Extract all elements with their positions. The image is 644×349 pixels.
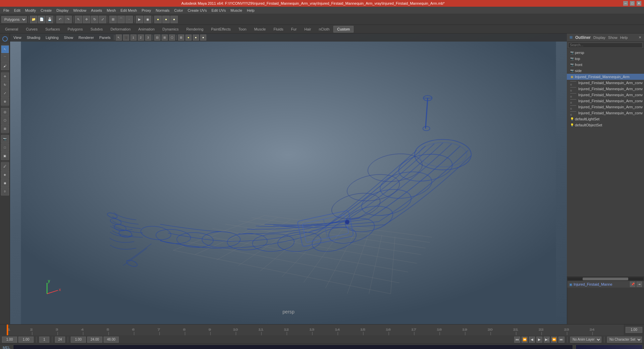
vp-menu-view[interactable]: View: [11, 35, 23, 40]
redo-button[interactable]: ↷: [64, 16, 72, 23]
tab-custom[interactable]: Custom: [333, 26, 354, 33]
outliner-item-side[interactable]: 📷 side: [567, 68, 644, 74]
menu-edit[interactable]: Edit: [12, 8, 22, 13]
outliner-item-lightset[interactable]: 💡 defaultLightSet: [567, 116, 644, 122]
vp-icon-camera[interactable]: 🎥: [123, 35, 129, 41]
paint-select-button[interactable]: 🖌: [1, 62, 9, 70]
vp-icon-light2[interactable]: ●: [193, 35, 199, 41]
vp-menu-shading[interactable]: Shading: [25, 35, 42, 40]
menu-file[interactable]: File: [1, 8, 11, 13]
vp-icon-texture[interactable]: ⬡: [169, 35, 175, 41]
select-tool-button[interactable]: ↖: [1, 45, 9, 53]
sculpt-button[interactable]: ⬡: [1, 116, 9, 124]
vp-icon-grid[interactable]: ⊞: [178, 35, 184, 41]
outliner-item-conv4[interactable]: ——o Injured_Firstaid_Mannequin_Arm_conv: [567, 98, 644, 104]
tab-dynamics[interactable]: Dynamics: [159, 26, 182, 33]
menu-display[interactable]: Display: [54, 8, 70, 13]
minimize-button[interactable]: ─: [623, 1, 628, 6]
outliner-item-conv3[interactable]: ——o Injured_Firstaid_Mannequin_Arm_conv: [567, 92, 644, 98]
next-key-button[interactable]: ⏩: [551, 337, 557, 343]
outliner-item-top[interactable]: 📷 top: [567, 56, 644, 62]
move-button[interactable]: ✛: [83, 16, 90, 23]
vp-icon-smooth2[interactable]: 2: [138, 35, 144, 41]
timeline-ruler[interactable]: 1 2 3 4 5 6 7 8 9 10 11 12 13 14 15 16 1…: [7, 325, 624, 335]
save-button[interactable]: 💾: [46, 16, 53, 23]
tab-fur[interactable]: Fur: [287, 26, 301, 33]
outliner-item-conv1[interactable]: ——o Injured_Firstaid_Mannequin_Arm_conv: [567, 80, 644, 86]
vp-icon-select[interactable]: ↖: [116, 35, 122, 41]
mode-select[interactable]: Polygons: [1, 16, 27, 23]
soft-mod-button[interactable]: ◎: [1, 108, 9, 116]
snapshot-button[interactable]: ▣: [1, 152, 9, 160]
scale-tool-button[interactable]: ⤢: [1, 89, 9, 97]
paint3-button[interactable]: ◉: [1, 179, 9, 187]
viewport[interactable]: View Shading Lighting Show Renderer Pane…: [10, 34, 567, 324]
outliner-item-arm[interactable]: ▣ Injured_Firstaid_Mannequin_Arm: [567, 74, 644, 80]
open-folder-button[interactable]: 📁: [30, 16, 37, 23]
render-button[interactable]: ▶: [136, 16, 143, 23]
tab-painteffects[interactable]: PaintEffects: [207, 26, 234, 33]
go-end-button[interactable]: ⏭: [558, 337, 565, 343]
outliner-menu-display[interactable]: Display: [593, 36, 605, 40]
outliner-item-conv2[interactable]: ——o Injured_Firstaid_Mannequin_Arm_conv: [567, 86, 644, 92]
tab-polygons[interactable]: Polygons: [64, 26, 86, 33]
tab-rendering[interactable]: Rendering: [183, 26, 207, 33]
vp-menu-panels[interactable]: Panels: [97, 35, 113, 40]
light3-button[interactable]: ●: [170, 16, 178, 23]
tab-fluids[interactable]: Fluids: [270, 26, 287, 33]
move-tool-button[interactable]: ✛: [1, 72, 9, 80]
render-region-button[interactable]: □: [1, 143, 9, 152]
light2-button[interactable]: ●: [162, 16, 170, 23]
menu-color[interactable]: Color: [172, 8, 185, 13]
vp-icon-shaded[interactable]: ⊞: [162, 35, 168, 41]
anim-layer-select[interactable]: No Anim Layer: [570, 337, 601, 343]
camera-tool-button[interactable]: 📷: [1, 135, 9, 143]
outliner-search-input[interactable]: [568, 43, 643, 48]
timeline-time-input[interactable]: [626, 327, 642, 333]
new-file-button[interactable]: 📄: [38, 16, 45, 23]
tab-curves[interactable]: Curves: [22, 26, 41, 33]
vp-icon-smooth3[interactable]: 3: [145, 35, 151, 41]
snap-grid-button[interactable]: ⊞: [109, 16, 117, 23]
snap-curve-button[interactable]: ⌒: [117, 16, 125, 23]
outliner-item-persp[interactable]: 📷 persp: [567, 50, 644, 56]
select-button[interactable]: ↖: [75, 16, 82, 23]
menu-normals[interactable]: Normals: [154, 8, 171, 13]
menu-edit-uvs[interactable]: Edit UVs: [209, 8, 228, 13]
menu-assets[interactable]: Assets: [89, 8, 104, 13]
menu-proxy[interactable]: Proxy: [140, 8, 153, 13]
vp-icon-lights[interactable]: ●: [185, 35, 192, 41]
menu-modify[interactable]: Modify: [23, 8, 38, 13]
character-set-select[interactable]: No Character Set: [607, 337, 642, 343]
menu-window[interactable]: Window: [71, 8, 88, 13]
tab-surfaces[interactable]: Surfaces: [42, 26, 63, 33]
tab-subdvs[interactable]: Subdvs: [87, 26, 107, 33]
vp-menu-lighting[interactable]: Lighting: [44, 35, 61, 40]
paint4-button[interactable]: ◊: [1, 187, 9, 195]
mel-input[interactable]: [13, 345, 573, 349]
show-manip-button[interactable]: ⊞: [1, 125, 9, 133]
outliner-scroll-track[interactable]: [568, 278, 643, 280]
snap-point-button[interactable]: ·: [125, 16, 133, 23]
menu-edit-mesh[interactable]: Edit Mesh: [118, 8, 139, 13]
anim-end-input[interactable]: [104, 337, 119, 343]
menu-muscle[interactable]: Muscle: [228, 8, 244, 13]
tab-deformation[interactable]: Deformation: [107, 26, 134, 33]
time-current-input[interactable]: [18, 337, 34, 343]
prev-frame-button[interactable]: ◀: [529, 337, 535, 343]
menu-create-uvs[interactable]: Create UVs: [186, 8, 209, 13]
prev-key-button[interactable]: ⏪: [522, 337, 528, 343]
menu-create[interactable]: Create: [39, 8, 54, 13]
rotate-button[interactable]: ↻: [91, 16, 98, 23]
outliner-menu-help[interactable]: Help: [620, 36, 628, 40]
maximize-button[interactable]: □: [630, 1, 635, 6]
light1-button[interactable]: ●: [154, 16, 162, 23]
outliner-item-objectset[interactable]: 💡 defaultObjectSet: [567, 122, 644, 128]
range-end-input[interactable]: [55, 337, 65, 343]
menu-mesh[interactable]: Mesh: [105, 8, 118, 13]
outliner-item-conv5[interactable]: ——o Injured_Firstaid_Mannequin_Arm_conv: [567, 104, 644, 110]
scale-button[interactable]: ⤢: [99, 16, 106, 23]
anim-start-input[interactable]: [71, 337, 86, 343]
outliner-close-button[interactable]: ✕: [639, 36, 641, 39]
tab-ncloth[interactable]: nCloth: [315, 26, 333, 33]
